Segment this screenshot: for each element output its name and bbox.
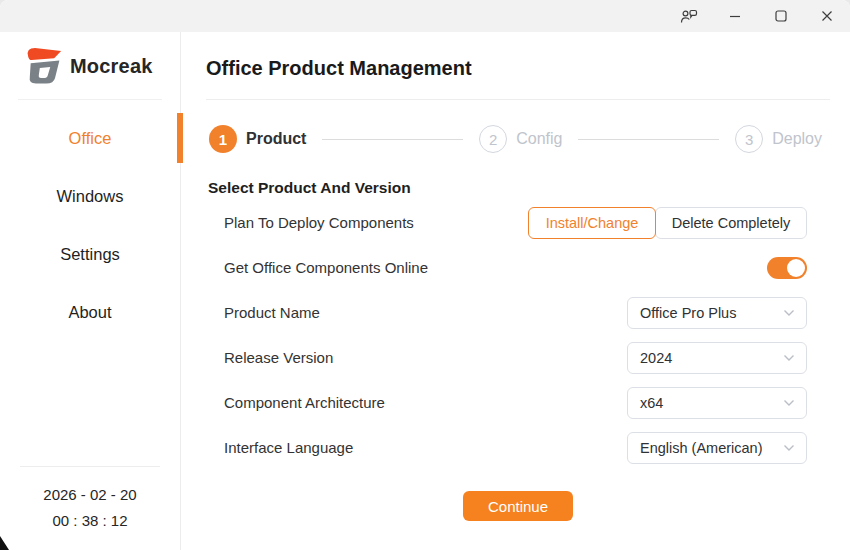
segment-label: Delete Completely bbox=[672, 215, 790, 231]
step-number-badge: 2 bbox=[479, 125, 507, 153]
chevron-down-icon bbox=[783, 354, 795, 362]
row-label: Component Architecture bbox=[224, 394, 385, 411]
form-row-components-online: Get Office Components Online bbox=[206, 245, 830, 290]
architecture-select[interactable]: x64 bbox=[627, 387, 807, 419]
brand: Mocreak bbox=[0, 32, 180, 100]
minimize-button[interactable] bbox=[712, 0, 758, 32]
current-time: 00 : 38 : 12 bbox=[20, 508, 160, 534]
app-window: Mocreak Office Windows Settings About 20… bbox=[0, 0, 850, 550]
step-number-badge: 3 bbox=[735, 125, 763, 153]
row-label: Release Version bbox=[224, 349, 333, 366]
mouse-cursor-artifact bbox=[0, 536, 9, 550]
sidebar-item-about[interactable]: About bbox=[0, 283, 180, 341]
row-label: Product Name bbox=[224, 304, 320, 321]
step-config[interactable]: 2 Config bbox=[479, 125, 562, 153]
title-bar bbox=[0, 0, 850, 32]
sidebar-item-windows[interactable]: Windows bbox=[0, 167, 180, 225]
step-label: Product bbox=[246, 130, 306, 148]
components-online-toggle[interactable] bbox=[767, 257, 807, 279]
section-title: Select Product And Version bbox=[208, 178, 830, 198]
step-label: Deploy bbox=[772, 130, 822, 148]
row-label: Plan To Deploy Components bbox=[224, 214, 414, 231]
close-button[interactable] bbox=[804, 0, 850, 32]
toggle-knob bbox=[787, 259, 805, 277]
sidebar-item-settings[interactable]: Settings bbox=[0, 225, 180, 283]
row-label: Interface Language bbox=[224, 439, 353, 456]
form-row-language: Interface Language English (American) bbox=[206, 425, 830, 470]
sidebar-footer: 2026 - 02 - 20 00 : 38 : 12 bbox=[20, 466, 160, 550]
sidebar-item-label: Office bbox=[69, 129, 112, 147]
select-value: Office Pro Plus bbox=[640, 305, 736, 321]
main-content: Office Product Management 1 Product 2 Co… bbox=[181, 32, 850, 550]
page-header: Office Product Management bbox=[206, 32, 830, 100]
chevron-down-icon bbox=[783, 309, 795, 317]
maximize-icon bbox=[775, 10, 787, 22]
step-number-badge: 1 bbox=[209, 125, 237, 153]
row-label: Get Office Components Online bbox=[224, 259, 428, 276]
page-title: Office Product Management bbox=[206, 57, 472, 80]
mocreak-logo-icon bbox=[21, 44, 63, 88]
maximize-button[interactable] bbox=[758, 0, 804, 32]
form-row-product-name: Product Name Office Pro Plus bbox=[206, 290, 830, 335]
brand-name: Mocreak bbox=[70, 55, 153, 78]
step-deploy[interactable]: 3 Deploy bbox=[735, 125, 822, 153]
sidebar-item-label: Windows bbox=[57, 187, 124, 205]
form-row-architecture: Component Architecture x64 bbox=[206, 380, 830, 425]
segment-label: Install/Change bbox=[546, 215, 639, 231]
form-row-release-version: Release Version 2024 bbox=[206, 335, 830, 380]
install-change-button[interactable]: Install/Change bbox=[528, 207, 656, 239]
sidebar-nav: Office Windows Settings About bbox=[0, 100, 180, 341]
product-name-select[interactable]: Office Pro Plus bbox=[627, 297, 807, 329]
deploy-plan-segmented-control: Install/Change Delete Completely bbox=[528, 207, 807, 239]
sidebar-item-office[interactable]: Office bbox=[0, 109, 180, 167]
step-label: Config bbox=[516, 130, 562, 148]
current-date: 2026 - 02 - 20 bbox=[20, 482, 160, 508]
person-chat-icon bbox=[680, 9, 698, 24]
continue-button[interactable]: Continue bbox=[463, 491, 573, 521]
select-value: x64 bbox=[640, 395, 663, 411]
select-value: English (American) bbox=[640, 440, 763, 456]
chevron-down-icon bbox=[783, 444, 795, 452]
sidebar-item-label: About bbox=[68, 303, 111, 321]
wizard-stepper: 1 Product 2 Config 3 Deploy bbox=[206, 100, 830, 178]
sidebar-item-label: Settings bbox=[60, 245, 120, 263]
release-version-select[interactable]: 2024 bbox=[627, 342, 807, 374]
delete-completely-button[interactable]: Delete Completely bbox=[655, 207, 807, 239]
minimize-icon bbox=[729, 10, 741, 22]
language-select[interactable]: English (American) bbox=[627, 432, 807, 464]
step-product[interactable]: 1 Product bbox=[209, 125, 306, 153]
form-row-deploy-plan: Plan To Deploy Components Install/Change… bbox=[206, 200, 830, 245]
step-connector-line bbox=[322, 139, 463, 140]
feedback-button[interactable] bbox=[666, 0, 712, 32]
continue-container: Continue bbox=[206, 491, 830, 521]
step-connector-line bbox=[578, 139, 719, 140]
sidebar: Mocreak Office Windows Settings About 20… bbox=[0, 32, 181, 550]
close-icon bbox=[821, 10, 833, 22]
chevron-down-icon bbox=[783, 399, 795, 407]
select-value: 2024 bbox=[640, 350, 672, 366]
